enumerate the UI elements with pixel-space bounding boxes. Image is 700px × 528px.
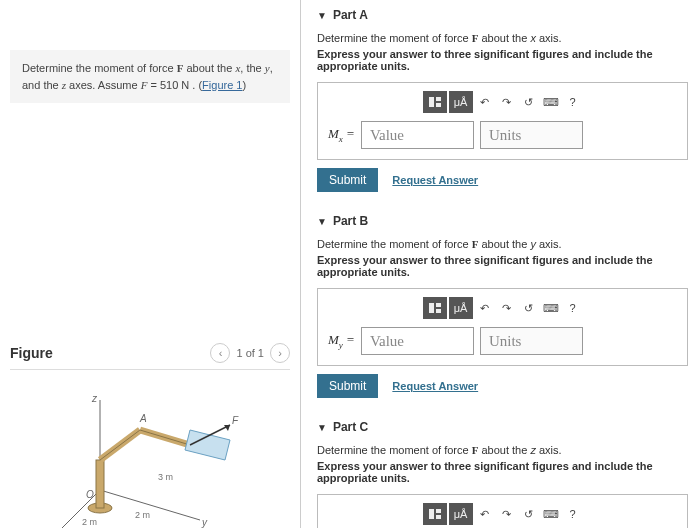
svg-line-12: [140, 430, 190, 445]
figure-image: z x y O A F 3 m 2 m 2 m: [10, 390, 290, 528]
pager-next[interactable]: ›: [270, 343, 290, 363]
problem-text: Determine the moment of force: [22, 62, 177, 74]
part-b-submit-button[interactable]: Submit: [317, 374, 378, 398]
part-b: ▼ Part B Determine the moment of force F…: [317, 214, 688, 398]
svg-text:2 m: 2 m: [135, 510, 150, 520]
part-a-submit-button[interactable]: Submit: [317, 168, 378, 192]
part-b-request-answer[interactable]: Request Answer: [392, 380, 478, 392]
reset-icon[interactable]: ↺: [519, 298, 539, 318]
part-c-instructions: Express your answer to three significant…: [317, 460, 688, 484]
part-c-header[interactable]: ▼ Part C: [317, 420, 688, 434]
figure-link[interactable]: Figure 1: [202, 79, 242, 91]
template-icon[interactable]: [423, 297, 447, 319]
svg-text:2 m: 2 m: [82, 517, 97, 527]
reset-icon[interactable]: ↺: [519, 504, 539, 524]
part-b-answer-row: My = Value Units: [328, 327, 677, 355]
reset-icon[interactable]: ↺: [519, 92, 539, 112]
part-b-label: My =: [328, 332, 355, 350]
svg-text:z: z: [91, 393, 98, 404]
units-icon[interactable]: μÅ: [449, 503, 473, 525]
pager-label: 1 of 1: [236, 347, 264, 359]
svg-rect-22: [436, 97, 441, 101]
keyboard-icon[interactable]: ⌨: [541, 298, 561, 318]
svg-rect-28: [436, 509, 441, 513]
svg-rect-24: [429, 303, 434, 313]
units-icon[interactable]: μÅ: [449, 91, 473, 113]
part-a-answer-box: μÅ ↶ ↷ ↺ ⌨ ? Mx = Value Units: [317, 82, 688, 160]
part-a-toolbar: μÅ ↶ ↷ ↺ ⌨ ?: [328, 91, 677, 113]
part-b-submit-row: Submit Request Answer: [317, 374, 688, 398]
svg-text:A: A: [139, 413, 147, 424]
part-b-question: Determine the moment of force F about th…: [317, 238, 688, 250]
part-b-header[interactable]: ▼ Part B: [317, 214, 688, 228]
part-a: ▼ Part A Determine the moment of force F…: [317, 8, 688, 192]
svg-rect-29: [436, 515, 441, 519]
part-b-value-input[interactable]: Value: [361, 327, 474, 355]
part-c-question: Determine the moment of force F about th…: [317, 444, 688, 456]
part-a-title: Part A: [333, 8, 368, 22]
part-b-toolbar: μÅ ↶ ↷ ↺ ⌨ ?: [328, 297, 677, 319]
help-icon[interactable]: ?: [563, 92, 583, 112]
part-a-header[interactable]: ▼ Part A: [317, 8, 688, 22]
redo-icon[interactable]: ↷: [497, 298, 517, 318]
svg-text:O: O: [86, 489, 94, 500]
keyboard-icon[interactable]: ⌨: [541, 92, 561, 112]
part-b-answer-box: μÅ ↶ ↷ ↺ ⌨ ? My = Value Units: [317, 288, 688, 366]
caret-down-icon: ▼: [317, 10, 327, 21]
redo-icon[interactable]: ↷: [497, 504, 517, 524]
redo-icon[interactable]: ↷: [497, 92, 517, 112]
svg-rect-21: [429, 97, 434, 107]
svg-text:y: y: [201, 517, 208, 528]
keyboard-icon[interactable]: ⌨: [541, 504, 561, 524]
part-a-units-input[interactable]: Units: [480, 121, 583, 149]
figure-pager: ‹ 1 of 1 ›: [210, 343, 290, 363]
caret-down-icon: ▼: [317, 422, 327, 433]
svg-rect-25: [436, 303, 441, 307]
svg-rect-27: [429, 509, 434, 519]
part-c-answer-box: μÅ ↶ ↷ ↺ ⌨ ? Mz = Value Units: [317, 494, 688, 528]
undo-icon[interactable]: ↶: [475, 92, 495, 112]
help-icon[interactable]: ?: [563, 298, 583, 318]
help-icon[interactable]: ?: [563, 504, 583, 524]
svg-rect-23: [436, 103, 441, 107]
template-icon[interactable]: [423, 91, 447, 113]
part-a-answer-row: Mx = Value Units: [328, 121, 677, 149]
part-b-units-input[interactable]: Units: [480, 327, 583, 355]
figure-title: Figure: [10, 345, 53, 361]
svg-marker-14: [185, 430, 230, 460]
svg-rect-8: [96, 460, 104, 508]
part-a-value-input[interactable]: Value: [361, 121, 474, 149]
part-c: ▼ Part C Determine the moment of force F…: [317, 420, 688, 528]
right-column: ▼ Part A Determine the moment of force F…: [301, 0, 700, 528]
part-b-instructions: Express your answer to three significant…: [317, 254, 688, 278]
part-c-toolbar: μÅ ↶ ↷ ↺ ⌨ ?: [328, 503, 677, 525]
part-a-instructions: Express your answer to three significant…: [317, 48, 688, 72]
undo-icon[interactable]: ↶: [475, 504, 495, 524]
units-icon[interactable]: μÅ: [449, 297, 473, 319]
part-a-request-answer[interactable]: Request Answer: [392, 174, 478, 186]
left-column: Determine the moment of force F about th…: [0, 0, 300, 528]
template-icon[interactable]: [423, 503, 447, 525]
part-a-label: Mx =: [328, 126, 355, 144]
part-b-title: Part B: [333, 214, 368, 228]
pager-prev[interactable]: ‹: [210, 343, 230, 363]
part-a-question: Determine the moment of force F about th…: [317, 32, 688, 44]
undo-icon[interactable]: ↶: [475, 298, 495, 318]
svg-text:3 m: 3 m: [158, 472, 173, 482]
figure-header: Figure ‹ 1 of 1 ›: [10, 343, 290, 370]
svg-line-10: [100, 430, 140, 460]
part-a-submit-row: Submit Request Answer: [317, 168, 688, 192]
svg-text:F: F: [232, 415, 239, 426]
problem-statement: Determine the moment of force F about th…: [10, 50, 290, 103]
svg-rect-26: [436, 309, 441, 313]
caret-down-icon: ▼: [317, 216, 327, 227]
part-c-title: Part C: [333, 420, 368, 434]
